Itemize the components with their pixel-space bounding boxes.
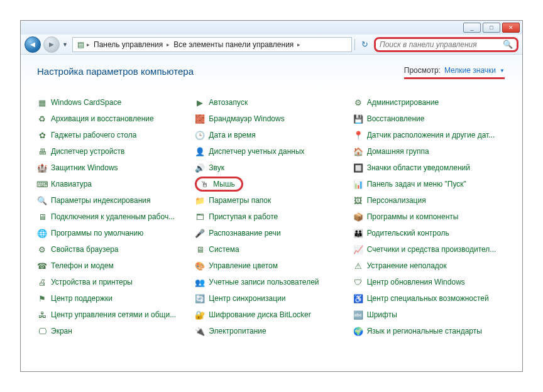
item-label: Счетчики и средства производител... (367, 245, 496, 254)
control-panel-item[interactable]: 🗔Приступая к работе (192, 209, 350, 225)
item-label: Параметры папок (209, 196, 271, 205)
control-panel-item[interactable]: 🏰Защитник Windows (35, 160, 192, 176)
item-icon: 🖨 (37, 277, 47, 287)
close-button[interactable]: ✕ (502, 23, 520, 33)
maximize-button[interactable]: □ (483, 23, 500, 33)
nav-forward-button[interactable]: ► (43, 36, 60, 53)
control-panel-item[interactable]: 🖶Диспетчер устройств (35, 143, 192, 160)
control-panel-item[interactable]: ⚙Администрирование (351, 94, 508, 111)
control-panel-item[interactable]: 🕒Дата и время (192, 127, 350, 143)
control-panel-item[interactable]: 🔲Значки области уведомлений (351, 160, 508, 176)
control-panel-item[interactable]: 🔌Электропитание (192, 323, 350, 339)
item-icon: ⌨ (37, 179, 47, 189)
control-panel-item[interactable]: 📦Программы и компоненты (351, 209, 508, 225)
item-icon: ⚙ (353, 97, 363, 107)
item-label: Распознавание речи (209, 229, 280, 237)
view-label: Просмотр: (404, 66, 441, 75)
item-label: Восстановление (367, 114, 425, 123)
item-icon: 👥 (195, 277, 205, 287)
control-panel-item[interactable]: 🖵Экран (35, 323, 192, 339)
control-panel-item[interactable]: 📊Панель задач и меню "Пуск" (351, 176, 508, 192)
control-panel-item[interactable]: 🏠Домашняя группа (351, 143, 508, 160)
control-panel-item[interactable]: ⌨Клавиатура (35, 176, 192, 192)
control-panel-item[interactable]: ⚙Свойства браузера (35, 241, 192, 258)
item-label: Шифрование диска BitLocker (209, 310, 310, 319)
item-label: Подключения к удаленным рабоч... (51, 212, 175, 221)
item-label: Свойства браузера (51, 245, 119, 254)
control-panel-item[interactable]: 📈Счетчики и средства производител... (351, 241, 508, 258)
control-panel-item[interactable]: ✿Гаджеты рабочего стола (35, 127, 192, 143)
item-label: Гаджеты рабочего стола (51, 131, 136, 139)
search-input[interactable] (380, 40, 503, 49)
item-icon: 🖵 (37, 326, 47, 336)
control-panel-item[interactable]: 🔤Шрифты (351, 307, 508, 323)
control-panel-item[interactable]: ☎Телефон и модем (35, 258, 192, 274)
control-panel-item[interactable]: 📁Параметры папок (192, 192, 350, 209)
item-icon: 🔲 (353, 163, 363, 173)
control-panel-item[interactable]: 🔐Шифрование диска BitLocker (192, 307, 350, 323)
item-label: Устранение неполадок (367, 261, 447, 270)
item-label: Мышь (213, 180, 235, 188)
highlighted-item[interactable]: 🖱Мышь (195, 177, 243, 192)
refresh-button[interactable]: ↻ (358, 38, 371, 52)
column: ▶Автозапуск🧱Брандмауэр Windows🕒Дата и вр… (192, 94, 350, 339)
item-label: Приступая к работе (209, 212, 278, 221)
control-panel-item[interactable]: 🧱Брандмауэр Windows (192, 111, 350, 127)
item-label: Центр поддержки (51, 294, 112, 303)
control-panel-item[interactable]: 🖨Устройства и принтеры (35, 274, 192, 290)
control-panel-item[interactable]: ▦Windows CardSpace (35, 94, 192, 111)
item-icon: 🔌 (195, 326, 205, 336)
control-panel-item[interactable]: 🔍Параметры индексирования (35, 192, 192, 209)
chevron-right-icon: ▸ (87, 41, 90, 48)
search-icon[interactable]: 🔍 (503, 40, 513, 49)
item-icon: 🏰 (37, 163, 47, 173)
control-panel-item[interactable]: ♻Архивация и восстановление (35, 111, 192, 127)
control-panel-item[interactable]: 📍Датчик расположения и другие дат... (351, 127, 508, 143)
control-panel-item[interactable]: 🖼Персонализация (351, 192, 508, 209)
nav-back-button[interactable]: ◄ (25, 36, 41, 53)
chevron-right-icon: ▸ (167, 41, 170, 48)
item-label: Диспетчер устройств (51, 147, 124, 156)
breadcrumb[interactable]: ▤ ▸ Панель управления ▸ Все элементы пан… (72, 37, 352, 52)
control-panel-item[interactable]: 💾Восстановление (351, 111, 508, 127)
control-panel-item[interactable]: ⚠Устранение неполадок (351, 258, 508, 274)
item-label: Диспетчер учетных данных (209, 147, 304, 156)
item-label: Автозапуск (209, 98, 248, 107)
item-label: Звук (209, 163, 224, 172)
item-icon: 📍 (353, 130, 363, 140)
search-box[interactable]: 🔍 (374, 37, 518, 52)
control-panel-item[interactable]: 🖱Мышь (192, 176, 350, 192)
item-label: Домашняя группа (367, 147, 429, 156)
control-panel-item[interactable]: 👪Родительский контроль (351, 225, 508, 241)
control-panel-item[interactable]: 🌐Программы по умолчанию (35, 225, 192, 241)
item-label: Программы и компоненты (367, 212, 459, 221)
view-value[interactable]: Мелкие значки (444, 66, 496, 75)
control-panel-item[interactable]: 👥Учетные записи пользователей (192, 274, 350, 290)
control-panel-item[interactable]: 🎨Управление цветом (192, 258, 350, 274)
control-panel-item[interactable]: 🌍Язык и региональные стандарты (351, 323, 508, 339)
item-label: Администрирование (367, 98, 439, 107)
nav-history-dropdown[interactable]: ▼ (62, 41, 70, 48)
control-panel-item[interactable]: 🔊Звук (192, 160, 350, 176)
item-label: Телефон и модем (51, 261, 114, 270)
breadcrumb-segment[interactable]: Все элементы панели управления (171, 40, 296, 49)
breadcrumb-segment[interactable]: Панель управления (91, 40, 165, 49)
control-panel-item[interactable]: 🖥Подключения к удаленным рабоч... (35, 209, 192, 225)
control-panel-item[interactable]: 🎤Распознавание речи (192, 225, 350, 241)
minimize-button[interactable]: _ (463, 23, 481, 33)
control-panel-item[interactable]: 🛡Центр обновления Windows (351, 274, 508, 290)
control-panel-item[interactable]: ⚑Центр поддержки (35, 290, 192, 307)
item-label: Центр управления сетями и общи... (51, 310, 176, 319)
control-panel-item[interactable]: ♿Центр специальных возможностей (351, 290, 508, 307)
item-label: Windows CardSpace (51, 98, 121, 107)
control-panel-item[interactable]: 🖧Центр управления сетями и общи... (35, 307, 192, 323)
view-selector[interactable]: Просмотр: Мелкие значки ▼ (404, 66, 505, 79)
control-panel-item[interactable]: 🔄Центр синхронизации (192, 290, 350, 307)
chevron-down-icon: ▼ (500, 68, 505, 74)
control-panel-item[interactable]: 👤Диспетчер учетных данных (192, 143, 350, 160)
item-icon: 🛡 (353, 277, 363, 287)
item-icon: 🗔 (195, 212, 205, 222)
control-panel-item[interactable]: 🖥Система (192, 241, 350, 258)
control-panel-item[interactable]: ▶Автозапуск (192, 94, 350, 111)
control-panel-icon: ▤ (75, 40, 85, 50)
